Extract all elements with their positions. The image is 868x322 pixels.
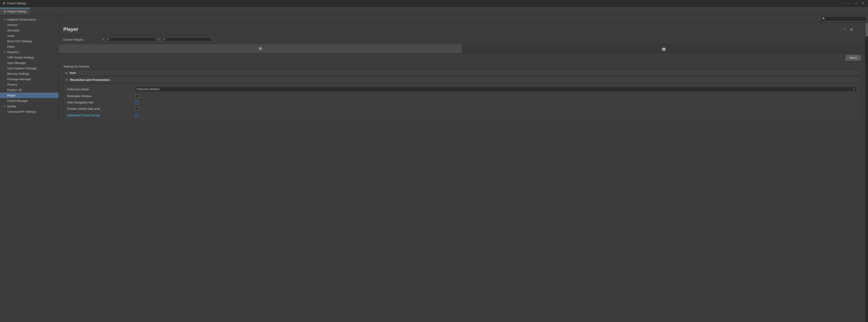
y-input[interactable] — [162, 37, 212, 41]
fullscreen-mode-dropdown[interactable]: Fullscreen Window Windowed Maximized Win… — [135, 87, 857, 92]
resolution-section-body: Fullscreen Mode Fullscreen Window Window… — [63, 83, 861, 120]
right-scrollbar[interactable] — [865, 23, 868, 322]
sidebar-item-simulator[interactable]: Simulator — [0, 28, 59, 33]
select-button[interactable]: Select — [846, 55, 861, 61]
sidebar-item-input-manager[interactable]: Input Manager — [0, 60, 59, 66]
tab-label: Project Settings — [7, 10, 27, 13]
resolution-section-arrow — [66, 79, 68, 81]
sidebar-arrow-adaptive-performance — [4, 18, 6, 21]
fullscreen-mode-row: Fullscreen Mode Fullscreen Window Window… — [67, 85, 857, 93]
sidebar-item-physics[interactable]: Physics — [0, 82, 59, 87]
platform-tabs: 🖥 🤖 — [59, 44, 865, 53]
android-icon: 🤖 — [661, 46, 666, 51]
settings-content: Settings for Android Icon Resolution and… — [59, 63, 865, 126]
sidebar-arrow-quality — [4, 105, 6, 107]
help-button[interactable]: ? — [842, 27, 847, 32]
sidebar-item-input-system-package[interactable]: Input System Package — [0, 66, 59, 71]
player-header: Player ? ⊞ ⋮ — [59, 23, 865, 35]
sidebar-item-graphics[interactable]: Graphics — [0, 49, 59, 55]
sidebar-item-preset-manager[interactable]: Preset Manager — [0, 98, 59, 103]
desktop-platform-tab[interactable]: 🖥 — [59, 44, 462, 53]
header-icons: ? ⊞ ⋮ — [842, 27, 861, 32]
tab-icon: ⚙ — [4, 10, 6, 13]
sidebar-label-quality: Quality — [7, 105, 16, 108]
cursor-hotspot-label: Cursor Hotspot — [63, 38, 99, 41]
cursor-hotspot-row: Cursor Hotspot X Y — [59, 35, 865, 44]
project-settings-tab[interactable]: ⚙ Project Settings — [0, 8, 30, 15]
icon-section-header[interactable]: Icon — [63, 70, 861, 76]
sidebar-item-audio[interactable]: Audio — [0, 33, 59, 38]
resizable-window-value — [135, 95, 857, 98]
sidebar: Adaptive PerformanceAndroidSimulatorAudi… — [0, 15, 59, 322]
maximize-button[interactable]: □ — [852, 1, 859, 6]
more-button[interactable]: ⋮ — [856, 27, 861, 32]
y-label: Y — [158, 38, 161, 41]
sidebar-label-player: Player — [7, 94, 16, 97]
optimized-frame-pacing-checkbox-wrap — [135, 113, 138, 117]
sidebar-item-adaptive-performance[interactable]: Adaptive Performance — [0, 17, 59, 22]
y-coord-group: Y — [158, 37, 212, 41]
search-icon: 🔍 — [822, 17, 826, 20]
sidebar-label-audio: Audio — [7, 34, 15, 37]
sidebar-label-input-system-package: Input System Package — [7, 67, 37, 70]
render-safe-area-checkbox-wrap — [135, 107, 138, 111]
sidebar-item-player[interactable]: Player — [0, 93, 59, 98]
sidebar-label-adaptive-performance: Adaptive Performance — [7, 18, 36, 21]
search-bar: 🔍 — [59, 15, 868, 23]
sidebar-label-graphics: Graphics — [7, 50, 19, 54]
sidebar-label-urp-global: URP Global Settings — [7, 56, 34, 59]
sidebar-label-simulator: Simulator — [7, 29, 20, 32]
layout-button[interactable]: ⊞ — [849, 27, 854, 32]
sidebar-item-burst-aot[interactable]: Burst AOT Settings — [0, 38, 59, 44]
sidebar-item-memory-settings[interactable]: Memory Settings — [0, 71, 59, 76]
hide-nav-bar-checkbox-wrap — [135, 101, 138, 104]
content-area: 🔍 Player ? ⊞ ⋮ Cursor Hotspot — [59, 15, 868, 322]
sidebar-item-physics-2d[interactable]: Physics 2D — [0, 87, 59, 93]
resizable-window-checkbox-wrap — [135, 95, 138, 98]
minimize-button[interactable]: — — [845, 1, 852, 6]
resolution-section-title: Resolution and Presentation — [70, 78, 110, 81]
android-platform-tab[interactable]: 🤖 — [462, 44, 866, 53]
sidebar-label-universal-rp: Universal RP Settings — [7, 110, 36, 113]
x-coord-group: X — [102, 37, 156, 41]
sidebar-label-editor: Editor — [7, 45, 15, 48]
sidebar-label-android: Android — [7, 23, 18, 27]
sidebar-label-physics-2d: Physics 2D — [7, 88, 22, 92]
optimized-frame-pacing-row: Optimized Frame Pacing — [67, 112, 857, 118]
hide-nav-bar-value — [135, 101, 857, 104]
resizable-window-checkbox[interactable] — [135, 95, 138, 98]
optimized-frame-pacing-checkbox[interactable] — [135, 114, 138, 117]
sidebar-label-preset-manager: Preset Manager — [7, 99, 28, 103]
fullscreen-mode-value: Fullscreen Window Windowed Maximized Win… — [135, 87, 857, 92]
sidebar-item-urp-global[interactable]: URP Global Settings — [0, 55, 59, 60]
x-input[interactable] — [106, 37, 156, 41]
app-icon: ⚙ — [2, 2, 6, 5]
sidebar-item-android[interactable]: Android — [0, 22, 59, 28]
sidebar-item-quality[interactable]: Quality — [0, 103, 59, 109]
sidebar-item-editor[interactable]: Editor — [0, 44, 59, 49]
hide-nav-bar-label: Hide Navigation Bar — [67, 101, 135, 104]
desktop-icon: 🖥 — [258, 46, 262, 50]
close-button[interactable]: ✕ — [860, 1, 866, 6]
settings-for-label: Settings for Android — [63, 63, 861, 70]
search-wrap: 🔍 — [821, 16, 866, 21]
search-input[interactable] — [821, 16, 866, 21]
optimized-frame-pacing-label[interactable]: Optimized Frame Pacing — [67, 114, 135, 117]
optimized-frame-pacing-value — [135, 113, 857, 117]
content-scroll: Player ? ⊞ ⋮ Cursor Hotspot X Y — [59, 23, 865, 322]
sidebar-arrow-graphics — [4, 51, 6, 53]
scrollbar-thumb[interactable] — [866, 23, 868, 36]
sidebar-item-universal-rp[interactable]: Universal RP Settings — [0, 109, 59, 114]
sidebar-label-physics: Physics — [7, 83, 18, 86]
select-area: Select — [59, 53, 865, 63]
sidebar-item-package-manager[interactable]: Package Manager — [0, 76, 59, 82]
sidebar-label-memory-settings: Memory Settings — [7, 72, 29, 75]
icon-section-title: Icon — [70, 71, 76, 74]
resizable-window-label: Resizable Window — [67, 95, 135, 98]
hide-nav-bar-checkbox[interactable] — [135, 101, 138, 104]
render-safe-area-label: Render outside safe area — [67, 107, 135, 110]
hide-nav-bar-row: Hide Navigation Bar — [67, 99, 857, 106]
render-safe-area-checkbox[interactable] — [135, 107, 138, 110]
sidebar-label-package-manager: Package Manager — [7, 77, 31, 81]
resolution-section-header[interactable]: Resolution and Presentation — [63, 77, 861, 83]
